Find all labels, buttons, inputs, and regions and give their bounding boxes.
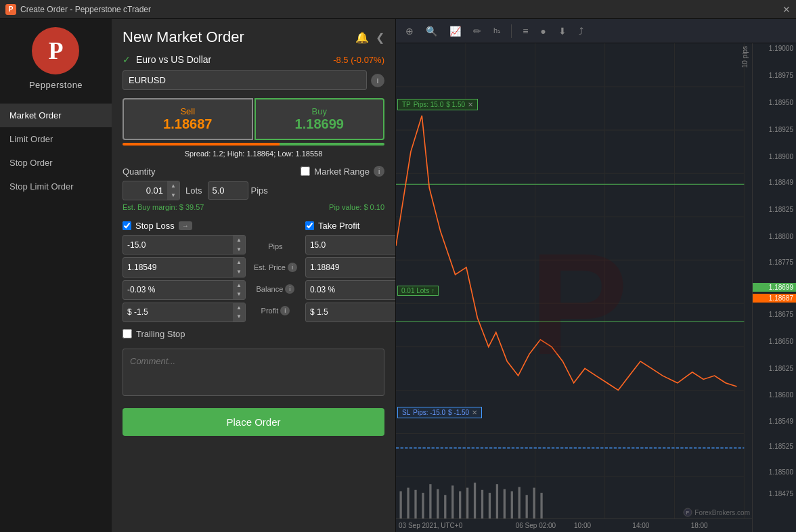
sl-pct-down[interactable]: ▼ [233,290,245,299]
svg-rect-37 [540,493,542,522]
order-panel: New Market Order 🔔 ❮ ✓ Euro vs US Dollar… [112,19,396,532]
sl-header: Stop Loss → [123,221,246,231]
sell-button[interactable]: Sell 1.18687 [123,98,253,140]
symbol-info-icon[interactable]: i [371,74,384,87]
buy-price-badge: 1.18699 [753,283,796,292]
price-tick-sl: 1.18549 [769,418,793,425]
tp-price-field: 1.18849 ▲ ▼ [305,257,396,277]
sl-badge-close[interactable]: ✕ [472,409,477,416]
trailing-stop-checkbox[interactable] [123,329,132,338]
price-tick-6: 1.18825 [769,206,793,213]
sl-price-up[interactable]: ▲ [233,258,245,267]
sidebar-item-stop-order[interactable]: Stop Order [0,151,112,175]
tp-badge-pips: Pips: 15.0 [414,101,443,108]
panel-header-icons: 🔔 ❮ [355,31,384,44]
est-price-info-icon[interactable]: i [288,263,297,272]
sl-profit-down[interactable]: ▼ [233,312,245,322]
sidebar-item-market-order[interactable]: Market Order [0,104,112,127]
tp-pips-input[interactable]: 15.0 [306,237,396,253]
svg-rect-18 [399,491,401,520]
toolbar-zoom-icon[interactable]: 🔍 [422,23,441,39]
chart-toolbar: ⊕ 🔍 📈 ✏ h₁ ≡ ● ⬇ ⤴ [396,19,796,43]
instrument-change: -8.5 (-0.07%) [333,55,384,65]
logo-area: P Pepperstone [29,27,83,90]
pip-value: Pip value: $ 0.10 [329,203,384,211]
svg-rect-25 [451,485,454,523]
market-range-checkbox[interactable] [301,167,310,176]
symbol-select[interactable]: EURUSD [123,70,367,90]
quantity-up-arrow[interactable]: ▲ [167,181,179,191]
sl-price-down[interactable]: ▼ [233,267,245,277]
toolbar-h-icon[interactable]: h₁ [489,24,504,38]
sell-price: 1.18687 [131,116,245,132]
spread-info: Spread: 1.2; High: 1.18864; Low: 1.18558 [123,150,384,158]
forex-brokers-watermark: F ForexBrokers.com [683,508,750,517]
sl-profit-up[interactable]: ▲ [233,303,245,313]
price-ticks: 1.19000 1.18975 1.18950 1.18925 1.18900 … [753,43,796,532]
quantity-spin-arrows: ▲ ▼ [167,181,179,200]
tp-pct-input[interactable]: 0.03 % [306,282,396,298]
comment-textarea[interactable] [123,349,384,396]
collapse-icon[interactable]: ❮ [376,31,384,44]
bell-icon[interactable]: 🔔 [355,31,369,44]
price-tick-1: 1.19000 [769,45,793,52]
sl-pct-up[interactable]: ▲ [233,281,245,290]
toolbar-crosshair-icon[interactable]: ⊕ [401,23,418,39]
sl-pips-down[interactable]: ▼ [233,245,245,254]
sell-price-badge: 1.18687 [753,294,796,303]
svg-rect-20 [414,490,416,523]
balance-info-icon[interactable]: i [285,284,294,294]
close-button[interactable]: ✕ [782,4,791,15]
sl-profit-input[interactable]: $ -1.5 [123,304,233,320]
toolbar-separator [511,24,512,38]
price-tick-8: 1.18775 [769,259,793,266]
tp-badge-close[interactable]: ✕ [468,101,473,108]
market-range-input[interactable] [208,181,248,200]
brand-name: Pepperstone [29,80,83,90]
price-tick-4: 1.18925 [769,126,793,133]
trailing-stop-row: Trailing Stop [123,329,384,339]
toolbar-circle-icon[interactable]: ● [536,23,550,39]
sidebar-item-limit-order[interactable]: Limit Order [0,127,112,151]
toolbar-chart-type-icon[interactable]: 📈 [445,23,465,39]
sl-pips-up[interactable]: ▲ [233,236,245,245]
profit-info-icon[interactable]: i [280,306,290,315]
buy-price: 1.18699 [263,116,377,132]
quantity-input[interactable]: 0.01 [123,182,167,199]
toolbar-share-icon[interactable]: ⤴ [575,23,588,39]
market-range-row: Market Range i [301,166,384,177]
instrument-row: ✓ Euro vs US Dollar -8.5 (-0.07%) [123,54,384,65]
main-layout: P Pepperstone Market Order Limit Order S… [0,19,796,532]
take-profit-checkbox[interactable] [305,221,314,230]
market-range-info-icon[interactable]: i [374,166,384,177]
sl-price-field: 1.18549 ▲ ▼ [123,257,246,277]
range-inputs: Pips [208,181,268,200]
sl-profit-arrows: ▲ ▼ [233,303,245,322]
toolbar-download-icon[interactable]: ⬇ [554,23,571,39]
sl-pct-input[interactable]: -0.03 % [123,282,233,298]
sl-pips-input[interactable]: -15.0 [123,237,233,253]
toolbar-list-icon[interactable]: ≡ [518,23,532,39]
lots-label-badge: 0.01 Lots ↑ [397,286,439,296]
tp-profit-input[interactable]: $ 1.5 [306,304,396,320]
quantity-down-arrow[interactable]: ▼ [167,191,179,200]
app-icon: P [5,4,16,15]
buy-button[interactable]: Buy 1.18699 [255,98,385,140]
balance-label: Balance [257,285,284,293]
svg-rect-35 [526,495,528,518]
place-order-button[interactable]: Place Order [123,408,384,436]
symbol-select-row: EURUSD i [123,70,384,90]
take-profit-label: Take Profit [318,221,359,231]
balance-middle-row: Balance i [257,284,295,294]
toolbar-drawing-icon[interactable]: ✏ [469,23,485,39]
time-label-2: 06 Sep 02:00 [516,522,574,529]
sidebar-item-stop-limit-order[interactable]: Stop Limit Order [0,175,112,198]
price-tick-10: 1.18650 [769,338,793,345]
sl-price-input[interactable]: 1.18549 [123,259,233,275]
tp-price-input[interactable]: 1.18849 [306,259,396,275]
stop-loss-arrow[interactable]: → [179,221,192,230]
stop-loss-checkbox[interactable] [123,221,131,230]
price-tick-13: 1.18525 [769,443,793,450]
price-tick-3: 1.18950 [769,99,793,106]
sl-tp-middle-labels: Pips Est. Price i Balance i Profit i [248,221,303,325]
